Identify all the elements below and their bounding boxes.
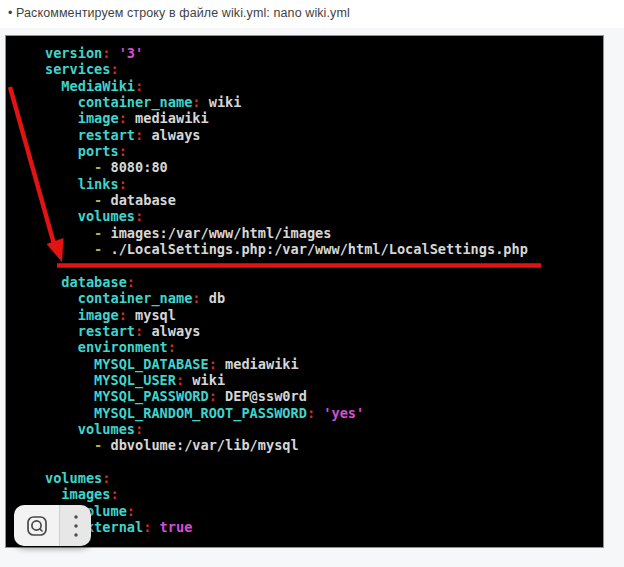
code-line: - images:/var/www/html/images [45,225,603,241]
code-segment-p: : [127,503,135,519]
code-line: MYSQL_RANDOM_ROOT_PASSWORD: 'yes' [45,405,603,421]
code-segment-val: database [102,192,176,208]
overlay-menu-button[interactable] [60,505,91,546]
code-segment-val: wiki [184,372,225,388]
code-line: - database [45,192,603,208]
code-segment-key: volumes [45,470,102,486]
code-segment-p: : [119,307,127,323]
code-line: - 8080:80 [45,159,603,175]
code-line: links: [45,176,603,192]
code-line [45,257,603,273]
code-line: images: [45,486,603,502]
code-segment-p: : [119,110,127,126]
code-segment-val: wiki [201,94,242,110]
code-line: volumes: [45,421,603,437]
screenshot-search-button[interactable] [14,505,60,546]
code-line: restart: always [45,323,603,339]
code-segment-p: : [135,127,143,143]
code-line: ports: [45,143,603,159]
code-segment-val: DEP@ssw0rd [217,388,307,404]
screenshot-search-icon [25,514,49,538]
code-segment-p: : [192,290,200,306]
code-segment-str: '3' [110,45,143,61]
code-segment-val: mediawiki [127,110,209,126]
code-line: version: '3' [45,45,603,61]
code-segment-key: version [45,45,102,61]
code-segment-key: volumes [45,208,135,224]
code-line: services: [45,61,603,77]
code-segment-val: db [201,290,226,306]
page-title: • Раскомментируем строку в файле wiki.ym… [8,6,350,20]
code-segment-dash: - [45,225,102,241]
code-segment-key: MYSQL_RANDOM_ROOT_PASSWORD [45,405,307,421]
code-segment-str: 'yes' [315,405,364,421]
code-line: dbvolume: [45,503,603,519]
code-segment-key: links [45,176,119,192]
code-segment-key: MYSQL_USER [45,372,176,388]
code-segment-dash: - [45,437,102,453]
code-segment-key: MYSQL_PASSWORD [45,388,209,404]
code-line: - ./LocalSettings.php:/var/www/html/Loca… [45,241,603,257]
code-line: MYSQL_USER: wiki [45,372,603,388]
code-segment-key: image [45,307,119,323]
code-segment-p: : [135,208,143,224]
code-segment-p: : [119,176,127,192]
code-segment-val: 8080:80 [102,159,167,175]
code-line: image: mediawiki [45,110,603,126]
terminal-screen: version: '3'services: MediaWiki: contain… [5,35,604,548]
code-segment-p: : [119,143,127,159]
code-segment-dash: - [45,159,102,175]
code-segment-p: : [110,61,118,77]
code-segment-p: : [135,323,143,339]
code-line: environment: [45,339,603,355]
code-segment-key: MediaWiki [45,78,135,94]
code-line: container_name: db [45,290,603,306]
code-segment-val: dbvolume:/var/lib/mysql [102,437,298,453]
code-segment-key: image [45,110,119,126]
code-segment-val: mysql [127,307,176,323]
code-segment-p: : [135,421,143,437]
code-segment-p: : [209,356,217,372]
code-line: restart: always [45,127,603,143]
code-segment-dash: - [45,241,102,257]
code-segment-val: mediawiki [217,356,299,372]
code-line: image: mysql [45,307,603,323]
code-segment-key: environment [45,339,168,355]
code-segment-key: container_name [45,94,192,110]
screenshot-tool-overlay [14,505,91,546]
code-segment-dash: - [45,192,102,208]
code-line: volumes: [45,208,603,224]
code-segment-key: restart [45,323,135,339]
code-line: database: [45,274,603,290]
code-segment-key: ports [45,143,119,159]
code-segment-p: : [192,94,200,110]
code-segment-key: services [45,61,110,77]
terminal-content: version: '3'services: MediaWiki: contain… [45,45,603,535]
code-segment-p: : [135,78,143,94]
code-segment-p: : [102,470,110,486]
code-segment-val: ./LocalSettings.php:/var/www/html/LocalS… [102,241,528,257]
code-line: MediaWiki: [45,78,603,94]
code-segment-p: : [110,486,118,502]
code-segment-key: database [45,274,127,290]
code-line: MYSQL_PASSWORD: DEP@ssw0rd [45,388,603,404]
code-line [45,454,603,470]
code-line: MYSQL_DATABASE: mediawiki [45,356,603,372]
code-segment-p: : [127,274,135,290]
code-segment-val: always [143,127,200,143]
code-segment-p: : [307,405,315,421]
code-line: container_name: wiki [45,94,603,110]
vertical-dots-icon [72,513,80,539]
code-segment-val: always [143,323,200,339]
code-segment-key: images [45,486,110,502]
code-segment-key: volumes [45,421,135,437]
code-segment-str: true [151,519,192,535]
code-line: volumes: [45,470,603,486]
code-segment-p: : [168,339,176,355]
code-line: - dbvolume:/var/lib/mysql [45,437,603,453]
code-segment-key: MYSQL_DATABASE [45,356,209,372]
code-segment-key: container_name [45,290,192,306]
code-segment-key: restart [45,127,135,143]
code-segment-p: : [209,388,217,404]
code-segment-p: : [176,372,184,388]
